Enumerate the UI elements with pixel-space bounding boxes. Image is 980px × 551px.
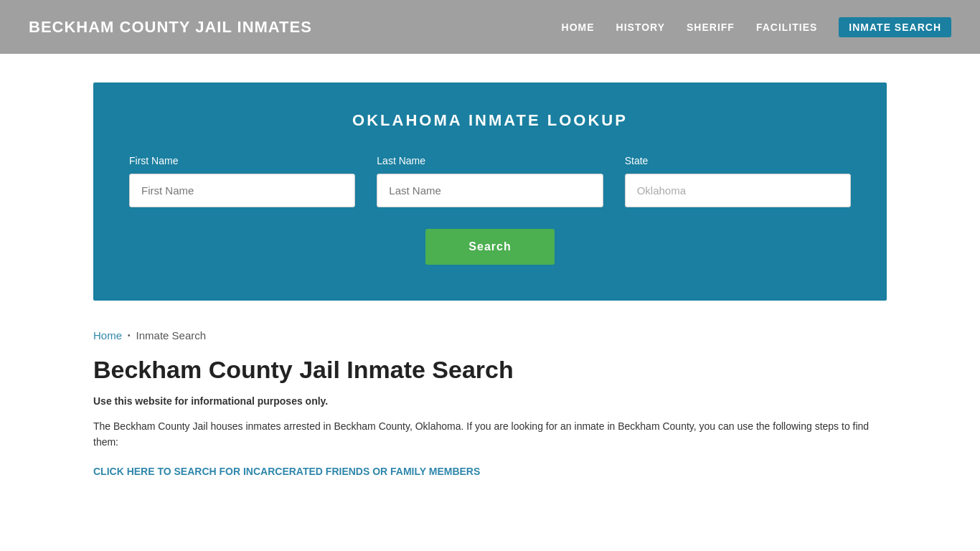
info-text: The Beckham County Jail houses inmates a…	[93, 418, 887, 451]
state-label: State	[625, 155, 851, 166]
site-title: BECKHAM COUNTY JAIL INMATES	[29, 18, 312, 37]
form-row: First Name Last Name State	[129, 155, 851, 207]
search-link[interactable]: CLICK HERE to Search for Incarcerated Fr…	[93, 466, 480, 477]
info-bold-text: Use this website for informational purpo…	[93, 395, 887, 407]
breadcrumb-home[interactable]: Home	[93, 329, 122, 342]
site-header: BECKHAM COUNTY JAIL INMATES HOME HISTORY…	[0, 0, 980, 54]
nav-inmate-search[interactable]: INMATE SEARCH	[839, 17, 951, 37]
main-nav: HOME HISTORY SHERIFF FACILITIES INMATE S…	[562, 17, 951, 37]
first-name-group: First Name	[129, 155, 355, 207]
inmate-lookup-panel: OKLAHOMA INMATE LOOKUP First Name Last N…	[93, 83, 887, 301]
nav-history[interactable]: HISTORY	[616, 22, 665, 33]
last-name-label: Last Name	[377, 155, 603, 166]
breadcrumb-current: Inmate Search	[136, 329, 207, 342]
nav-home[interactable]: HOME	[562, 22, 595, 33]
state-input[interactable]	[625, 174, 851, 207]
main-content: Beckham County Jail Inmate Search Use th…	[93, 356, 887, 478]
nav-sheriff[interactable]: SHERIFF	[687, 22, 735, 33]
nav-facilities[interactable]: FACILITIES	[756, 22, 817, 33]
last-name-group: Last Name	[377, 155, 603, 207]
last-name-input[interactable]	[377, 174, 603, 207]
search-btn-row: Search	[129, 229, 851, 265]
lookup-title: OKLAHOMA INMATE LOOKUP	[129, 111, 851, 130]
page-title: Beckham County Jail Inmate Search	[93, 356, 887, 384]
first-name-input[interactable]	[129, 174, 355, 207]
state-group: State	[625, 155, 851, 207]
search-button[interactable]: Search	[425, 229, 554, 265]
first-name-label: First Name	[129, 155, 355, 166]
breadcrumb-separator: •	[128, 331, 131, 339]
breadcrumb: Home • Inmate Search	[93, 329, 887, 342]
